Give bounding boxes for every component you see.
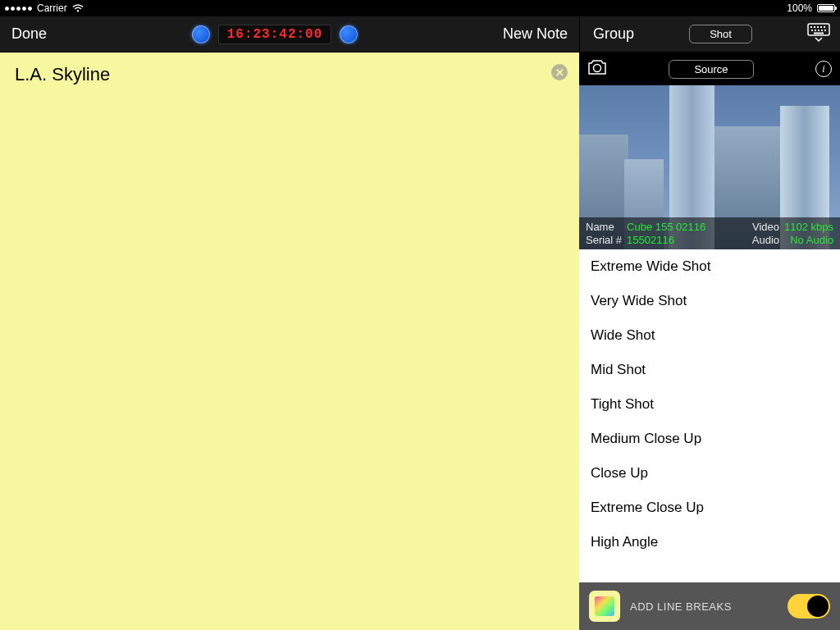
group-label[interactable]: Group — [593, 25, 634, 43]
svg-point-12 — [594, 65, 601, 72]
timecode-controls: 16:23:42:00 — [58, 25, 491, 44]
svg-rect-8 — [818, 30, 819, 31]
new-note-button[interactable]: New Note — [503, 25, 568, 43]
shot-type-list[interactable]: Extreme Wide Shot Very Wide Shot Wide Sh… — [579, 249, 840, 582]
timecode-display: 16:23:42:00 — [218, 25, 332, 44]
line-breaks-toggle[interactable] — [788, 594, 830, 619]
signal-strength-icon — [5, 7, 32, 11]
segment-shot-button[interactable]: Shot — [689, 25, 752, 43]
battery-pct: 100% — [787, 2, 812, 14]
meta-video-label: Video — [752, 221, 779, 233]
main-area: L.A. Skyline ✕ Source i Name Cube 155 02… — [0, 52, 840, 630]
note-text[interactable]: L.A. Skyline — [15, 64, 564, 85]
status-bar: Carrier 100% — [0, 0, 840, 16]
footer-label: ADD LINE BREAKS — [630, 600, 732, 613]
status-right: 100% — [787, 2, 835, 14]
toolbar: Done 16:23:42:00 New Note Group Shot — [0, 16, 840, 52]
svg-rect-11 — [814, 32, 824, 34]
svg-rect-4 — [820, 26, 822, 28]
source-button[interactable]: Source — [669, 60, 753, 79]
meta-audio-value: No Audio — [784, 234, 833, 246]
meta-serial-value: 15502116 — [627, 234, 747, 246]
list-item[interactable]: Mid Shot — [579, 353, 840, 387]
record-indicator-left-icon[interactable] — [192, 25, 210, 43]
list-item[interactable]: Tight Shot — [579, 387, 840, 422]
note-editor[interactable]: L.A. Skyline ✕ — [0, 52, 579, 630]
meta-name-value: Cube 155 02116 — [627, 221, 747, 233]
list-item[interactable]: High Angle — [579, 525, 840, 559]
list-item[interactable]: Close Up — [579, 456, 840, 491]
carrier-label: Carrier — [37, 2, 67, 14]
toolbar-right: Group Shot — [579, 16, 840, 52]
wifi-icon — [72, 4, 84, 12]
svg-rect-5 — [824, 26, 825, 28]
svg-rect-6 — [811, 30, 813, 31]
camera-icon[interactable] — [587, 59, 607, 79]
list-item[interactable]: Extreme Close Up — [579, 491, 840, 525]
preview-metadata: Name Cube 155 02116 Video 1102 kbps Seri… — [579, 217, 840, 249]
color-picker-button[interactable] — [589, 591, 620, 622]
meta-video-value: 1102 kbps — [784, 221, 833, 233]
meta-name-label: Name — [586, 221, 622, 233]
toolbar-left: Done 16:23:42:00 New Note — [0, 16, 579, 52]
toggle-knob — [807, 596, 829, 617]
svg-rect-10 — [824, 30, 826, 31]
side-panel: Source i Name Cube 155 02116 Video 1102 … — [579, 52, 840, 630]
svg-rect-2 — [814, 26, 815, 28]
source-header: Source i — [579, 52, 840, 85]
svg-rect-3 — [817, 26, 819, 28]
list-item[interactable]: Extreme Wide Shot — [579, 249, 840, 284]
record-indicator-right-icon[interactable] — [340, 25, 358, 43]
list-item[interactable]: Wide Shot — [579, 318, 840, 353]
svg-rect-7 — [815, 30, 816, 31]
svg-rect-9 — [821, 30, 823, 31]
status-left: Carrier — [5, 2, 84, 14]
meta-serial-label: Serial # — [586, 234, 622, 246]
list-item[interactable]: Medium Close Up — [579, 422, 840, 456]
battery-icon — [817, 4, 835, 12]
done-button[interactable]: Done — [11, 25, 47, 43]
video-preview[interactable]: Name Cube 155 02116 Video 1102 kbps Seri… — [579, 85, 840, 249]
color-spectrum-icon — [595, 596, 614, 616]
info-icon[interactable]: i — [815, 61, 832, 77]
clear-note-icon[interactable]: ✕ — [551, 64, 568, 80]
side-footer: ADD LINE BREAKS — [579, 582, 840, 630]
keyboard-dismiss-icon[interactable] — [807, 23, 832, 46]
list-item[interactable]: Very Wide Shot — [579, 284, 840, 318]
svg-rect-1 — [810, 26, 812, 28]
meta-audio-label: Audio — [752, 234, 779, 246]
